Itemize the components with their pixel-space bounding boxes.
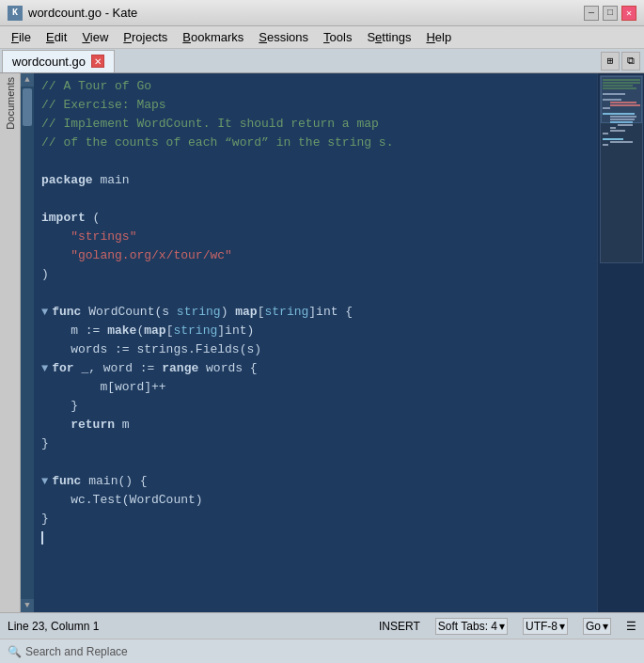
status-bar: Line 23, Column 1 INSERT Soft Tabs: 4 ▾ … [0, 612, 644, 639]
close-button[interactable]: ✕ [621, 6, 636, 21]
cursor [41, 531, 43, 545]
documents-label: Documents [5, 77, 16, 130]
language-arrow-icon: ▾ [603, 620, 608, 633]
code-line-return: return m [41, 416, 589, 434]
encoding-arrow-icon: ▾ [559, 620, 565, 633]
insert-mode: INSERT [379, 620, 420, 633]
tab-list-button[interactable]: ⊞ [601, 52, 620, 71]
code-line-blank1 [41, 152, 589, 171]
scrollbar-down-arrow[interactable]: ▼ [21, 599, 34, 612]
menu-view[interactable]: View [74, 28, 116, 46]
fold-for-icon[interactable]: ▼ [41, 360, 48, 377]
minimap[interactable] [597, 73, 644, 612]
code-line-rparen: ) [41, 265, 589, 284]
code-line-1: // A Tour of Go [41, 77, 589, 96]
code-line-blank2 [41, 190, 589, 209]
tab-bar: wordcount.go ✕ ⊞ ⧉ [0, 49, 644, 73]
editor-container: Documents ▲ ▼ // A Tour of Go // Exercis… [0, 73, 644, 612]
settings-icon: ☰ [626, 620, 636, 633]
code-line-brace1: } [41, 397, 589, 416]
language-selector[interactable]: Go ▾ [583, 618, 611, 635]
fold-main-icon[interactable]: ▼ [41, 473, 48, 490]
fold-wordcount-icon[interactable]: ▼ [41, 304, 48, 321]
minimize-button[interactable]: — [584, 6, 599, 21]
menu-bookmarks[interactable]: Bookmarks [175, 28, 251, 46]
code-line-2: // Exercise: Maps [41, 96, 589, 115]
code-line-import: import ( [41, 209, 589, 228]
cursor-position: Line 23, Column 1 [8, 620, 99, 633]
title-bar: K wordcount.go - Kate — □ ✕ [0, 0, 644, 26]
tab-wordcount[interactable]: wordcount.go ✕ [2, 50, 115, 72]
code-line-wc: "golang.org/x/tour/wc" [41, 246, 589, 265]
code-line-for: ▼for _, word := range words { [41, 359, 589, 378]
tab-split-button[interactable]: ⧉ [621, 52, 640, 71]
scrollbar-up-arrow[interactable]: ▲ [21, 73, 34, 87]
menu-edit[interactable]: Edit [39, 28, 74, 46]
documents-panel[interactable]: Documents [0, 73, 21, 612]
window-title: wordcount.go - Kate [28, 6, 584, 20]
code-line-func-main: ▼func main() { [41, 472, 589, 491]
code-line-strings: "strings" [41, 228, 589, 246]
position-text: Line 23, Column 1 [8, 620, 99, 633]
search-label: Search and Replace [25, 645, 128, 658]
search-icon: 🔍 [8, 645, 22, 658]
code-line-package: package main [41, 171, 589, 190]
menu-projects[interactable]: Projects [116, 28, 175, 46]
menu-tools[interactable]: Tools [316, 28, 359, 46]
tabs-arrow-icon: ▾ [499, 620, 505, 633]
app-icon: K [8, 6, 23, 21]
encoding-selector[interactable]: UTF-8 ▾ [523, 618, 568, 635]
menu-sessions[interactable]: Sessions [251, 28, 316, 46]
code-line-wctest: wc.Test(WordCount) [41, 491, 589, 510]
code-editor[interactable]: // A Tour of Go // Exercise: Maps // Imp… [34, 73, 597, 612]
code-line-mword: m[word]++ [41, 378, 589, 397]
code-line-brace3: } [41, 510, 589, 529]
search-bar: 🔍 Search and Replace [0, 639, 644, 663]
tabs-text: Soft Tabs: 4 [438, 620, 497, 633]
menu-help[interactable]: Help [418, 28, 459, 46]
code-line-make: m := make(map[string]int) [41, 322, 589, 340]
language-text: Go [586, 620, 601, 633]
scrollbar-thumb[interactable] [23, 88, 32, 126]
code-line-4: // of the counts of each “word” in the s… [41, 134, 589, 152]
code-line-blank4 [41, 453, 589, 472]
code-line-3: // Implement WordCount. It should return… [41, 115, 589, 134]
menu-bar: File Edit View Projects Bookmarks Sessio… [0, 26, 644, 49]
code-line-cursor [41, 529, 589, 547]
code-line-blank3 [41, 284, 589, 303]
tab-actions: ⊞ ⧉ [601, 52, 642, 71]
encoding-text: UTF-8 [526, 620, 558, 633]
menu-file[interactable]: File [4, 28, 39, 46]
tab-close-button[interactable]: ✕ [91, 55, 104, 68]
search-icon-area: 🔍 Search and Replace [8, 645, 128, 658]
tabs-selector[interactable]: Soft Tabs: 4 ▾ [435, 618, 508, 635]
tab-label: wordcount.go [12, 55, 86, 69]
code-line-func-wordcount: ▼func WordCount(s string) map[string]int… [41, 303, 589, 322]
code-line-words: words := strings.Fields(s) [41, 340, 589, 359]
window-controls: — □ ✕ [584, 6, 636, 21]
code-line-brace2: } [41, 434, 589, 453]
mode-text: INSERT [379, 620, 420, 633]
maximize-button[interactable]: □ [603, 6, 618, 21]
settings-icon-area[interactable]: ☰ [626, 620, 636, 633]
menu-settings[interactable]: Settings [359, 28, 418, 46]
